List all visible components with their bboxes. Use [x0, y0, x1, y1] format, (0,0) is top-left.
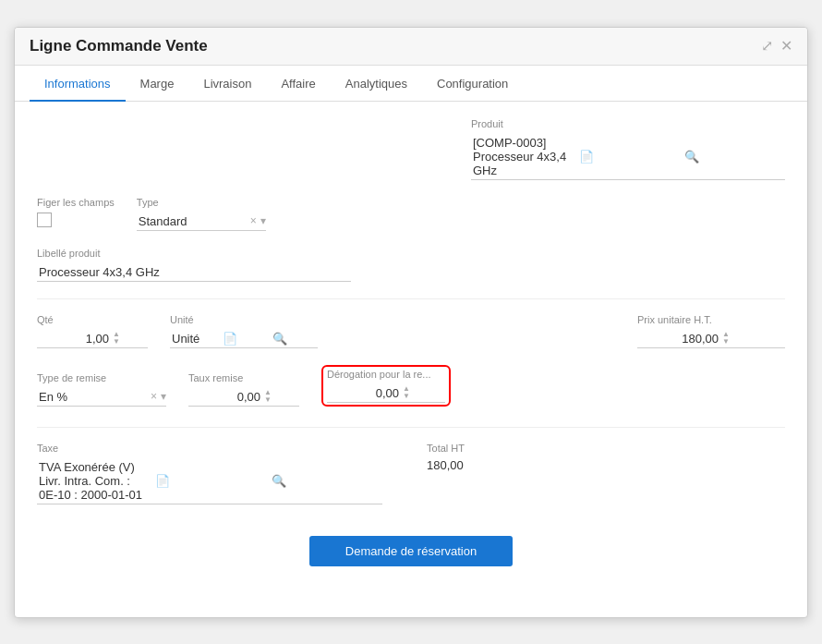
prix-spinner: ▲ ▼	[722, 331, 730, 346]
taux-remise-number: ▲ ▼	[188, 388, 299, 407]
type-clear-icon[interactable]: ×	[250, 214, 257, 227]
dialog-body: Informations Marge Livraison Affaire Ana…	[15, 66, 807, 617]
dialog: Ligne Commande Vente ⤢ ✕ Informations Ma…	[14, 27, 808, 618]
unite-field: Unité Unité 📄 🔍	[170, 314, 318, 348]
type-select[interactable]: Standard × ▾	[137, 213, 266, 231]
taux-remise-spinner: ▲ ▼	[264, 389, 272, 404]
prix-input[interactable]	[637, 330, 720, 347]
content: Produit [COMP-0003] Processeur 4x3,4 GHz…	[15, 102, 807, 504]
produit-doc-icon[interactable]: 📄	[577, 148, 680, 165]
figer-label: Figer les champs	[37, 197, 115, 208]
taux-remise-input[interactable]	[188, 388, 262, 406]
total-value: 180,00	[427, 458, 465, 472]
type-remise-value: En %	[37, 388, 147, 406]
unite-doc-icon[interactable]: 📄	[221, 330, 268, 347]
taxe-field: Taxe TVA Exonérée (V) Livr. Intra. Com. …	[37, 443, 382, 504]
tab-marge[interactable]: Marge	[126, 66, 189, 102]
dialog-controls: ⤢ ✕	[761, 37, 792, 55]
remise-row: Type de remise En % × ▾ Taux remise ▲ ▼	[37, 365, 785, 407]
taux-remise-label: Taux remise	[188, 372, 299, 383]
taux-remise-field: Taux remise ▲ ▼	[188, 372, 299, 407]
figer-checkbox[interactable]	[37, 213, 52, 227]
type-field: Type Standard × ▾	[137, 197, 266, 231]
type-remise-arrow-icon[interactable]: ▾	[161, 390, 166, 403]
tab-analytiques[interactable]: Analytiques	[331, 66, 422, 102]
unite-search-icon[interactable]: 🔍	[271, 330, 318, 347]
resize-icon[interactable]: ⤢	[761, 37, 773, 55]
taux-remise-down-icon[interactable]: ▼	[264, 396, 272, 404]
type-arrow-icon[interactable]: ▾	[260, 214, 266, 227]
tab-affaire[interactable]: Affaire	[266, 66, 330, 102]
footer: Demande de réservation	[15, 521, 807, 581]
type-value: Standard	[137, 213, 247, 230]
prix-number: ▲ ▼	[637, 330, 785, 348]
close-icon[interactable]: ✕	[780, 37, 792, 55]
dialog-title: Ligne Commande Vente	[30, 37, 208, 55]
taxe-value: TVA Exonérée (V) Livr. Intra. Com. : 0E-…	[37, 458, 150, 504]
taxe-doc-icon[interactable]: 📄	[153, 472, 266, 490]
derogation-spinner: ▲ ▼	[403, 385, 410, 400]
unite-value: Unité	[170, 330, 217, 347]
libelle-input[interactable]	[37, 263, 351, 282]
figer-field: Figer les champs	[37, 197, 115, 227]
qte-input[interactable]	[37, 330, 111, 347]
taxe-value-row: TVA Exonérée (V) Livr. Intra. Com. : 0E-…	[37, 458, 382, 504]
type-remise-clear-icon[interactable]: ×	[151, 390, 157, 403]
taxe-search-icon[interactable]: 🔍	[270, 472, 382, 490]
libelle-field: Libellé produit	[37, 248, 785, 282]
type-label: Type	[137, 197, 266, 208]
taxe-row: Taxe TVA Exonérée (V) Livr. Intra. Com. …	[37, 443, 785, 504]
qte-down-icon[interactable]: ▼	[113, 338, 120, 346]
tab-livraison[interactable]: Livraison	[188, 66, 266, 102]
prix-down-icon[interactable]: ▼	[722, 338, 730, 346]
divider2	[37, 427, 785, 428]
derogation-number: ▲ ▼	[327, 384, 445, 403]
libelle-label: Libellé produit	[37, 248, 785, 259]
type-remise-select[interactable]: En % × ▾	[37, 388, 166, 407]
produit-row: Produit [COMP-0003] Processeur 4x3,4 GHz…	[37, 118, 785, 180]
qte-label: Qté	[37, 314, 148, 325]
qte-unite-prix-row: Qté ▲ ▼ Unité Unité 📄 🔍	[37, 314, 785, 348]
tabs: Informations Marge Livraison Affaire Ana…	[15, 66, 807, 102]
prix-label: Prix unitaire H.T.	[637, 314, 785, 325]
qte-field: Qté ▲ ▼	[37, 314, 148, 348]
taxe-label: Taxe	[37, 443, 382, 454]
type-remise-label: Type de remise	[37, 372, 166, 383]
derogation-input[interactable]	[327, 384, 401, 402]
produit-label: Produit	[471, 118, 785, 129]
tab-configuration[interactable]: Configuration	[422, 66, 523, 102]
derogation-down-icon[interactable]: ▼	[403, 393, 410, 400]
derogation-label: Dérogation pour la re...	[327, 369, 445, 380]
type-remise-field: Type de remise En % × ▾	[37, 372, 166, 407]
total-field: Total HT 180,00	[427, 443, 465, 472]
unite-label: Unité	[170, 314, 318, 325]
unite-value-row: Unité 📄 🔍	[170, 330, 318, 348]
produit-field: Produit [COMP-0003] Processeur 4x3,4 GHz…	[471, 118, 785, 180]
reservation-button[interactable]: Demande de réservation	[309, 536, 513, 566]
derogation-field: Dérogation pour la re... ▲ ▼	[321, 365, 451, 407]
qte-number: ▲ ▼	[37, 330, 148, 348]
tab-informations[interactable]: Informations	[30, 66, 126, 102]
produit-value: [COMP-0003] Processeur 4x3,4 GHz	[471, 134, 574, 179]
qte-spinner: ▲ ▼	[113, 331, 120, 346]
total-label: Total HT	[427, 443, 465, 454]
figer-type-row: Figer les champs Type Standard × ▾	[37, 197, 785, 231]
produit-search-icon[interactable]: 🔍	[683, 148, 785, 165]
produit-value-row: [COMP-0003] Processeur 4x3,4 GHz 📄 🔍	[471, 134, 785, 180]
divider1	[37, 298, 785, 299]
prix-field: Prix unitaire H.T. ▲ ▼	[637, 314, 785, 348]
dialog-header: Ligne Commande Vente ⤢ ✕	[15, 28, 807, 66]
